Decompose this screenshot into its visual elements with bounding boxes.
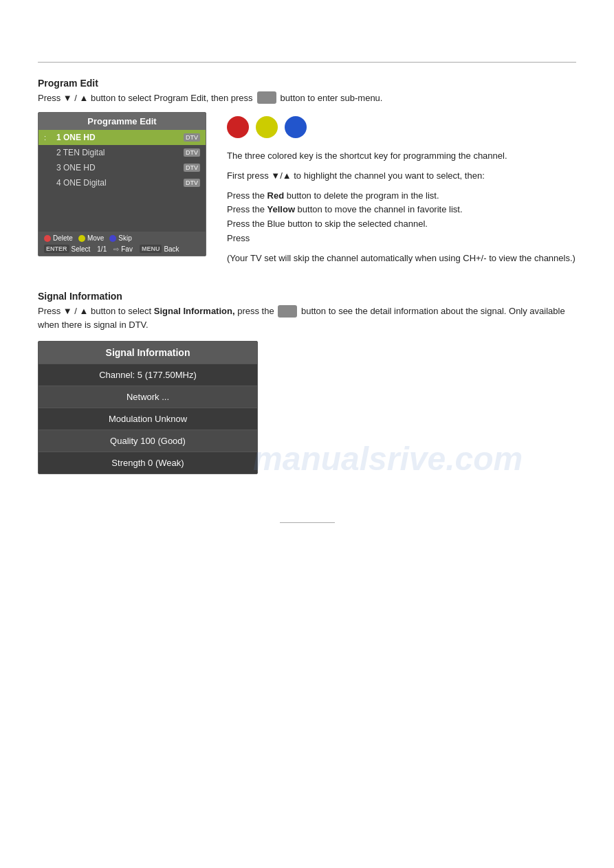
colored-dots-row	[227, 116, 576, 138]
move-label: Move	[87, 234, 104, 242]
dtv-badge-3: DTV	[184, 164, 200, 172]
ok-button-icon	[257, 91, 276, 104]
yellow-label: Yellow	[267, 204, 295, 214]
si-quality: Quality 100 (Good)	[39, 430, 257, 452]
pe-row-3: 3 ONE HD DTV	[39, 160, 206, 175]
program-edit-section: Program Edit Press ▼ / ▲ button to selec…	[38, 78, 576, 271]
pe-footer-row2: ENTER Select 1/1 ⇨ Fav MENU Back	[39, 245, 206, 256]
footer-select: ENTER Select	[44, 245, 90, 253]
instruction1: First press ▼/▲ to highlight the channel…	[227, 169, 576, 183]
fav-label: Fav	[121, 245, 133, 253]
big-dot-red	[227, 116, 249, 138]
skip-label: Skip	[118, 234, 131, 242]
desc-text2: button to enter sub-menu.	[281, 93, 383, 103]
footer-page: 1/1	[97, 245, 107, 253]
enter-badge: ENTER	[44, 245, 69, 253]
dot-blue	[109, 235, 116, 242]
colored-keys-desc: The three colored key is the shortcut ke…	[227, 149, 576, 164]
channel-name-2: 2 TEN Digital	[56, 148, 184, 157]
big-dot-blue	[285, 116, 307, 138]
big-dot-yellow	[256, 116, 278, 138]
top-rule	[38, 62, 576, 63]
pe-footer-row1: Delete Move Skip	[39, 232, 206, 245]
delete-label: Delete	[53, 234, 73, 242]
right-content: The three colored key is the shortcut ke…	[227, 112, 576, 271]
instruction3: (Your TV set will skip the channel autom…	[227, 252, 576, 266]
signal-info-box: Signal Information Channel: 5 (177.50MHz…	[38, 341, 258, 474]
channel-name-3: 3 ONE HD	[56, 163, 184, 173]
page-container: manualsrive.com Program Edit Press ▼ / ▲…	[0, 62, 614, 868]
dtv-badge-2: DTV	[184, 148, 200, 157]
signal-title: Signal Information	[38, 291, 576, 302]
dtv-badge-4: DTV	[184, 179, 200, 187]
si-network: Network ...	[39, 386, 257, 408]
footer-move: Move	[78, 234, 104, 242]
bottom-area	[0, 495, 614, 539]
content-row: Programme Edit : 1 ONE HD DTV 2 TEN Digi…	[38, 112, 576, 271]
red-label: Red	[267, 190, 285, 201]
footer-skip: Skip	[109, 234, 131, 242]
footer-back: MENU Back	[140, 245, 179, 253]
select-label: Select	[72, 245, 91, 253]
instruction2: Press the Red button to delete the progr…	[227, 189, 576, 246]
page-line	[280, 522, 335, 523]
footer-fav: ⇨ Fav	[113, 245, 133, 253]
dot-yellow	[78, 235, 85, 242]
si-strength: Strength 0 (Weak)	[39, 452, 257, 474]
ok-button-icon-2	[278, 305, 297, 318]
si-modulation: Modulation Unknow	[39, 408, 257, 430]
footer-delete: Delete	[44, 234, 73, 242]
pe-spacer	[39, 190, 206, 232]
channel-name-4: 4 ONE Digital	[56, 178, 184, 188]
dtv-badge-1: DTV	[184, 133, 200, 142]
pe-row-2: 2 TEN Digital DTV	[39, 145, 206, 160]
desc-text1: Press ▼ / ▲ button to select Program Edi…	[38, 93, 253, 103]
pe-row-4: 4 ONE Digital DTV	[39, 175, 206, 190]
channel-num-1: :	[44, 133, 52, 142]
program-edit-title: Program Edit	[38, 78, 576, 89]
programme-edit-box: Programme Edit : 1 ONE HD DTV 2 TEN Digi…	[38, 112, 206, 256]
menu-badge: MENU	[140, 245, 162, 253]
page-label: 1/1	[97, 245, 107, 253]
signal-desc: Press ▼ / ▲ button to select Signal Info…	[38, 304, 576, 333]
si-channel: Channel: 5 (177.50MHz)	[39, 364, 257, 386]
channel-name-1: 1 ONE HD	[56, 133, 184, 142]
program-edit-desc: Press ▼ / ▲ button to select Program Edi…	[38, 91, 576, 104]
sig-desc1: Press ▼ / ▲ button to select	[38, 306, 151, 316]
back-label: Back	[164, 245, 179, 253]
fav-icon: ⇨	[113, 245, 119, 253]
pe-row-1: : 1 ONE HD DTV	[39, 130, 206, 145]
pe-header: Programme Edit	[39, 113, 206, 130]
sig-desc2: press the	[237, 306, 274, 316]
si-header: Signal Information	[39, 342, 257, 364]
sig-desc-bold: Signal Information,	[154, 306, 235, 316]
signal-section: Signal Information Press ▼ / ▲ button to…	[38, 291, 576, 475]
dot-red	[44, 235, 51, 242]
